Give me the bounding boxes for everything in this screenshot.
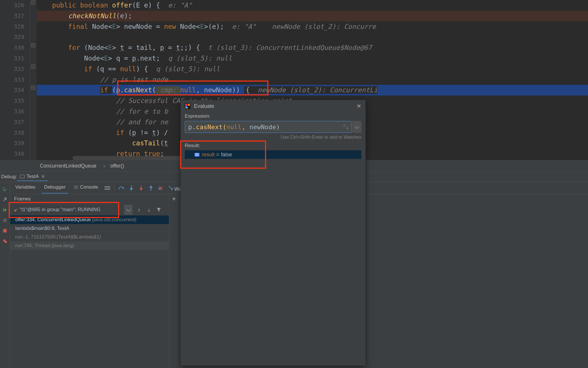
thread-label[interactable]: ✔ "t1"@665 in group "main": RUNNING (12, 205, 121, 214)
settings-button[interactable] (1, 196, 8, 203)
svg-rect-10 (104, 188, 110, 188)
fold-marker[interactable]: - (31, 65, 35, 69)
line-number[interactable]: 329 (0, 32, 30, 42)
debug-config-tab[interactable]: TestA ✕ (17, 172, 48, 181)
result-label: Result: (185, 143, 361, 149)
thread-selector-row: ✔ "t1"@665 in group "main": RUNNING ↑ ↓ (10, 204, 169, 215)
line-number[interactable]: 326 (0, 0, 30, 11)
stop-icon (3, 229, 7, 233)
line-number[interactable]: 337 (0, 117, 30, 127)
code-line-327[interactable]: checkNotNull(e); (37, 11, 588, 21)
code-line-326[interactable]: public boolean offer(E e) { e: "A" (37, 0, 588, 11)
chevron-down-icon (354, 124, 359, 129)
code-line-329[interactable] (37, 32, 588, 42)
svg-marker-22 (157, 208, 161, 212)
frame-row[interactable]: lambda$main$0:8, TestA (10, 224, 169, 233)
threads-icon[interactable] (104, 185, 110, 191)
code-line-333[interactable]: // p is last node (37, 74, 588, 85)
step-out-button[interactable] (148, 185, 154, 191)
result-box: 01 result = false (185, 150, 361, 159)
debugger-tab[interactable]: Debugger (42, 183, 68, 194)
svg-marker-14 (130, 188, 133, 191)
debug-tab-name: TestA (27, 174, 39, 179)
evaluate-title: Evaluate (194, 103, 353, 109)
evaluate-title-bar[interactable]: Evaluate ✕ (181, 100, 365, 112)
line-number[interactable]: 340 (0, 149, 30, 159)
close-icon[interactable]: ✕ (356, 103, 361, 110)
evaluate-body: Expression: p.casNext(null, newNode) Use… (181, 113, 365, 159)
breadcrumb-class[interactable]: ConcurrentLinkedQueue (38, 162, 99, 170)
step-over-button[interactable] (119, 185, 124, 191)
pause-button[interactable] (1, 217, 8, 224)
fold-marker[interactable]: - (31, 86, 35, 90)
filter-frames-button[interactable] (156, 206, 162, 213)
svg-rect-24 (185, 104, 187, 106)
code-line-330[interactable]: for (Node<E> t = tail, p = t;;) { t (slo… (37, 42, 588, 53)
svg-rect-0 (3, 208, 4, 212)
next-frame-button[interactable]: ↓ (146, 206, 152, 213)
frame-row[interactable]: offer:334, ConcurrentLinkedQueue (java.u… (10, 215, 169, 224)
fold-gutter: - - - - (30, 0, 37, 160)
svg-rect-2 (3, 219, 5, 222)
svg-rect-4 (3, 229, 7, 232)
line-number[interactable]: 327 (0, 11, 30, 21)
filter-icon (156, 207, 161, 212)
svg-marker-8 (76, 186, 77, 188)
svg-marker-1 (5, 208, 7, 212)
rerun-button[interactable] (1, 186, 8, 193)
add-watch-button[interactable]: + (172, 195, 176, 203)
evaluate-hint: Use Ctrl+Shift+Enter to add to Watches (185, 135, 361, 140)
stop-button[interactable] (1, 227, 8, 234)
variables-tab[interactable]: Variables (13, 183, 38, 194)
expression-history-button[interactable] (352, 121, 361, 133)
line-number[interactable]: 339 (0, 138, 30, 149)
line-number[interactable]: 328 (0, 21, 30, 32)
view-breakpoints-button[interactable] (1, 238, 8, 245)
thread-dropdown-button[interactable] (124, 205, 132, 215)
line-number[interactable]: 336 (0, 106, 30, 117)
debug-label: Debug: (1, 174, 17, 180)
resume-button[interactable] (1, 206, 8, 213)
expression-input[interactable]: p.casNext(null, newNode) (185, 121, 352, 133)
step-into-button[interactable] (128, 185, 134, 191)
svg-marker-18 (149, 185, 153, 188)
prev-frame-button[interactable]: ↑ (136, 206, 142, 213)
fold-marker[interactable]: - (31, 43, 35, 47)
breakpoints-icon (3, 239, 7, 243)
line-number-gutter: 326 327 328 329 330 331 332 333 334 335 … (0, 0, 30, 160)
line-number[interactable]: 330 (0, 42, 30, 53)
line-number[interactable]: 331 (0, 53, 30, 64)
code-line-332[interactable]: if (q == null) { q (slot_5): null (37, 64, 588, 74)
code-line-328[interactable]: final Node<E> newNode = new Node<E>(e); … (37, 21, 588, 32)
expression-label: Expression: (185, 113, 361, 119)
frame-row[interactable]: run:-1, 716157500 (TestA$$Lambda$1) (10, 233, 169, 241)
code-line-331[interactable]: Node<E> q = p.next; q (slot_5): null (37, 53, 588, 64)
application-icon (20, 175, 25, 178)
expression-row: p.casNext(null, newNode) (185, 121, 361, 133)
line-number[interactable]: 338 (0, 127, 30, 138)
expand-icon[interactable] (343, 124, 349, 130)
line-number[interactable]: 333 (0, 74, 30, 85)
svg-point-6 (5, 241, 7, 243)
frame-row[interactable]: run:745, Thread (java.lang) (10, 241, 169, 250)
svg-rect-27 (186, 108, 188, 108)
line-number[interactable]: 334 (0, 85, 30, 95)
fold-marker[interactable]: - (31, 1, 35, 5)
force-step-into-button[interactable] (138, 185, 144, 191)
line-number[interactable]: 335 (0, 95, 30, 106)
close-tab-icon[interactable]: ✕ (41, 174, 45, 179)
result-row[interactable]: 01 result = false (185, 150, 361, 159)
frames-header: Frames (10, 194, 169, 204)
line-number[interactable]: 332 (0, 64, 30, 74)
svg-rect-11 (104, 189, 110, 190)
drop-frame-button[interactable] (158, 185, 164, 191)
resume-icon (3, 208, 7, 212)
breadcrumb-method[interactable]: offer() (108, 162, 126, 170)
console-icon (74, 185, 78, 189)
horizontal-scrollbar[interactable] (72, 156, 188, 160)
console-tab[interactable]: Console (72, 183, 100, 194)
evaluate-dialog[interactable]: Evaluate ✕ Expression: p.casNext(null, n… (180, 100, 366, 366)
code-line-334-current[interactable]: if (p.casNext( cmp: null, newNode)) { ne… (37, 85, 588, 95)
frame-list: offer:334, ConcurrentLinkedQueue (java.u… (10, 215, 169, 368)
toolbar-separator (114, 185, 115, 191)
